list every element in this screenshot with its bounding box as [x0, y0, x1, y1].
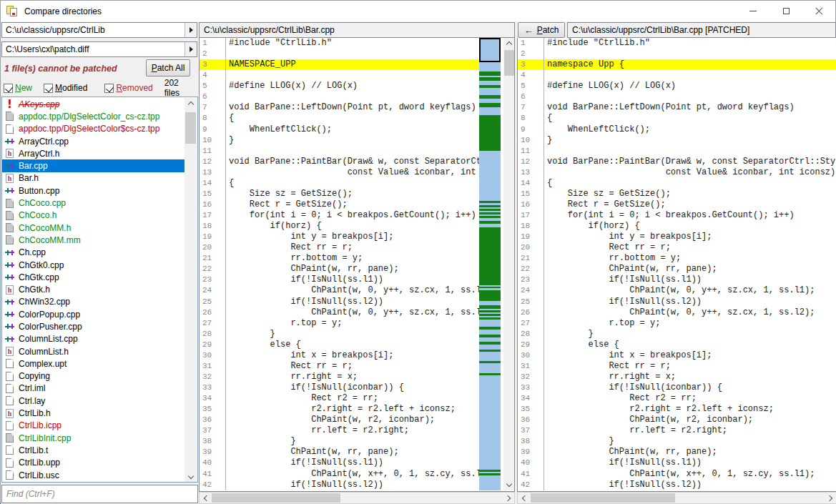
directory-path-dropdown[interactable]: C:\u\classic/uppsrc/CtrlLib — [1, 22, 197, 38]
code-line: 4 — [200, 70, 479, 81]
file-list[interactable]: !AKeys.cppappdoc.tpp/DlgSelectColor_cs-c… — [1, 97, 198, 483]
file-name: ChCoco.h — [19, 210, 56, 220]
code-line: 40 if(!IsNull(ss.l1)) — [200, 458, 479, 468]
file-item[interactable]: CtrlLib.icpp — [2, 420, 185, 432]
original-code-panel[interactable]: 1#include "CtrlLib.h"23NAMESPACE_UPP45#d… — [199, 38, 515, 492]
patched-code-panel[interactable]: 1#include "CtrlLib.h"23namespace Upp {45… — [517, 38, 836, 492]
file-item[interactable]: Ctrl.iml — [2, 382, 185, 395]
line-number: 26 — [200, 307, 225, 318]
file-item[interactable]: hChGtk.h — [2, 283, 185, 295]
minimap-diff-band — [479, 470, 501, 472]
file-item[interactable]: ColorPopup.cpp — [2, 308, 185, 320]
scroll-left-icon[interactable] — [200, 493, 211, 503]
patched-horizontal-scrollbar[interactable] — [517, 492, 836, 504]
scroll-right-icon[interactable] — [825, 493, 836, 503]
scroll-down-icon[interactable] — [503, 480, 515, 490]
maximize-button[interactable] — [769, 1, 802, 21]
file-item[interactable]: hArrayCtrl.h — [2, 147, 185, 159]
file-item[interactable]: ChCoco.h — [2, 209, 185, 222]
filter-new[interactable]: New — [4, 83, 32, 93]
line-text: ChPaint(w, rr, pane); — [225, 264, 399, 275]
minimap-diff-band — [479, 201, 501, 203]
filter-modified[interactable]: Modified — [44, 83, 87, 93]
file-item[interactable]: Ch.cpp — [2, 247, 185, 259]
patch-file-dropdown[interactable]: C:\Users\cxl\patch.diff — [1, 41, 197, 57]
file-list-scrollbar[interactable] — [185, 98, 197, 483]
file-list-scroll-thumb[interactable] — [185, 112, 196, 144]
file-item[interactable]: Bar.cpp — [2, 159, 185, 172]
original-horizontal-scrollbar[interactable] — [199, 492, 515, 504]
line-number: 7 — [518, 102, 544, 113]
line-number: 11 — [200, 146, 225, 157]
file-item[interactable]: Button.cpp — [2, 184, 185, 197]
code-line: 26 ChPaint(w, 0, y++, sz.cx, 1, ss.l2); — [200, 307, 479, 318]
file-item[interactable]: Copying — [2, 370, 185, 382]
patch-dropdown-button[interactable] — [185, 42, 197, 56]
file-item[interactable]: ChCoco.cpp — [2, 197, 185, 209]
line-text: rr.right = x; — [225, 372, 358, 382]
file-item[interactable]: CtrlLib.upp — [2, 457, 185, 469]
code-line: 20 Rect rr = r; — [518, 242, 836, 253]
code-line: 17 for(int i = 0; i < breakpos.GetCount(… — [518, 210, 836, 221]
file-item[interactable]: ArrayCtrl.cpp — [2, 135, 185, 147]
scroll-up-icon[interactable] — [185, 98, 197, 109]
patch-button[interactable]: ← Patch — [518, 22, 565, 38]
line-number: 27 — [518, 318, 544, 329]
code-line: 11 — [200, 146, 479, 157]
patch-all-button[interactable]: Patch All — [146, 59, 190, 76]
close-button[interactable] — [802, 1, 835, 21]
file-item[interactable]: ColumnList.cpp — [2, 333, 185, 345]
code-line: 18 if(horz) { — [518, 221, 836, 232]
line-number: 34 — [200, 393, 225, 404]
file-item[interactable]: CtrlLib.t — [2, 444, 185, 456]
minimap-diff-band — [479, 350, 501, 352]
minimap-diff-band — [479, 115, 501, 151]
line-number: 8 — [200, 113, 225, 124]
line-text: r2.right = r2.left + iconsz; — [544, 404, 774, 415]
checkbox-icon[interactable] — [104, 84, 114, 93]
file-item[interactable]: CtrlLibInit.cpp — [2, 432, 185, 444]
original-vertical-scrollbar[interactable] — [503, 38, 515, 490]
file-item[interactable]: ColorPusher.cpp — [2, 320, 185, 332]
file-item[interactable]: hColumnList.h — [2, 345, 185, 357]
checkbox-icon[interactable] — [4, 84, 13, 93]
document-gray-icon — [6, 235, 14, 244]
minimap-viewport[interactable] — [479, 38, 501, 62]
checkbox-icon[interactable] — [44, 84, 53, 93]
cannot-patch-message: 1 file(s) cannot be patched — [4, 64, 117, 74]
patched-hscroll-thumb[interactable] — [531, 493, 675, 503]
scroll-up-icon[interactable] — [503, 38, 515, 49]
line-number: 9 — [200, 124, 225, 135]
file-item[interactable]: ChGtk0.cpp — [2, 259, 185, 271]
line-text: void BarPane::PaintBar(Draw& w, const Se… — [225, 157, 479, 167]
file-item[interactable]: hCtrlLib.h — [2, 407, 185, 419]
file-item[interactable]: ChGtk.cpp — [2, 271, 185, 283]
filter-removed[interactable]: Removed — [104, 83, 152, 93]
file-name: Ch.cpp — [19, 247, 46, 257]
file-item[interactable]: ChWin32.cpp — [2, 296, 185, 308]
file-item[interactable]: Complex.upt — [2, 357, 185, 370]
document-icon — [6, 384, 14, 393]
scroll-down-icon[interactable] — [185, 472, 197, 483]
original-vscroll-thumb[interactable] — [504, 50, 514, 76]
scroll-left-icon[interactable] — [518, 493, 529, 503]
file-item[interactable]: ChCocoMM.mm — [2, 234, 185, 246]
directory-dropdown-button[interactable] — [185, 23, 197, 37]
original-hscroll-thumb[interactable] — [212, 493, 340, 503]
file-item[interactable]: Ctrl.lay — [2, 395, 185, 407]
find-input[interactable]: Find (Ctrl+F) — [1, 485, 198, 503]
line-text: if(!IsNull(iconbar)) { — [225, 382, 404, 393]
code-line: 29 else { — [518, 340, 836, 350]
minimize-button[interactable] — [737, 1, 769, 21]
code-line: 27 r.top = y; — [200, 318, 479, 329]
left-panel: C:\u\classic/uppsrc/CtrlLib C:\Users\cxl… — [1, 21, 199, 504]
file-item[interactable]: appdoc.tpp/DlgSelectColor_cs-cz.tpp — [2, 110, 185, 122]
file-item[interactable]: CtrlLib.usc — [2, 469, 185, 481]
file-item[interactable]: ChCocoMM.h — [2, 222, 185, 234]
scroll-right-icon[interactable] — [503, 493, 514, 503]
diff-minimap[interactable] — [479, 38, 501, 490]
file-item[interactable]: !AKeys.cpp — [2, 98, 185, 110]
file-item[interactable]: hBar.h — [2, 172, 185, 184]
file-item[interactable]: appdoc.tpp/DlgSelectColor$cs-cz.tpp — [2, 123, 185, 135]
code-line: 36 ChPaint(w, r2, iconbar); — [518, 415, 836, 425]
